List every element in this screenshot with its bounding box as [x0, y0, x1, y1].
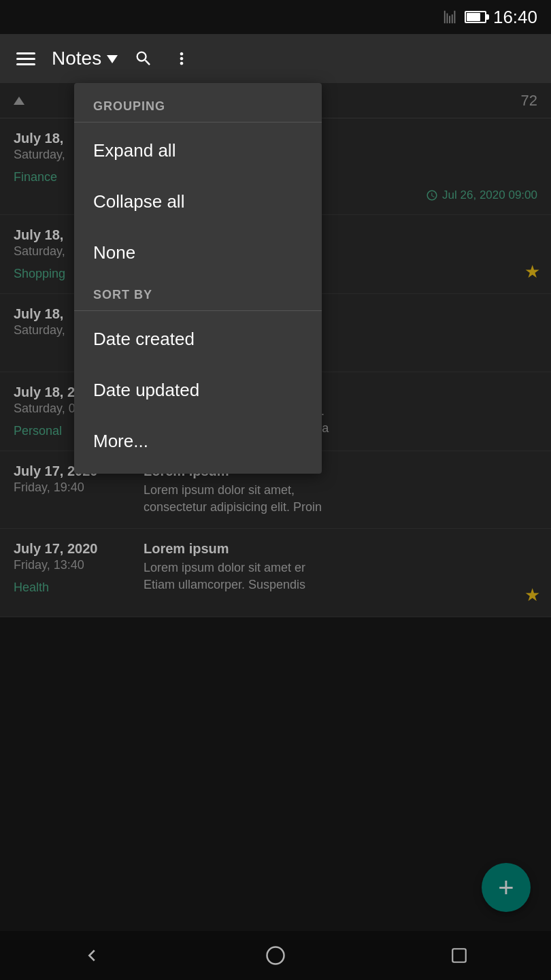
more-option[interactable]: More... [74, 416, 322, 467]
date-updated-option[interactable]: Date updated [74, 365, 322, 416]
hamburger-menu-button[interactable] [14, 46, 38, 71]
grouping-dropdown-menu: GROUPING Expand all Collapse all None SO… [74, 83, 322, 474]
grouping-section-label: GROUPING [74, 90, 322, 119]
more-vertical-icon [172, 49, 191, 68]
hamburger-icon [16, 52, 35, 65]
status-bar: 16:40 [0, 0, 551, 34]
date-created-option[interactable]: Date created [74, 314, 322, 365]
search-icon [134, 49, 153, 68]
none-option[interactable]: None [74, 227, 322, 278]
title-dropdown-arrow-icon [107, 55, 118, 63]
collapse-all-option[interactable]: Collapse all [74, 176, 322, 227]
status-time: 16:40 [493, 7, 537, 28]
signal-icon [443, 10, 458, 24]
search-button[interactable] [131, 46, 156, 71]
sort-by-section-label: SORT BY [74, 278, 322, 308]
divider-2 [74, 310, 322, 311]
app-bar: Notes [0, 34, 551, 83]
battery-icon [465, 11, 486, 23]
app-title: Notes [52, 48, 101, 69]
expand-all-option[interactable]: Expand all [74, 125, 322, 176]
divider-1 [74, 122, 322, 122]
more-options-button[interactable] [169, 46, 194, 71]
